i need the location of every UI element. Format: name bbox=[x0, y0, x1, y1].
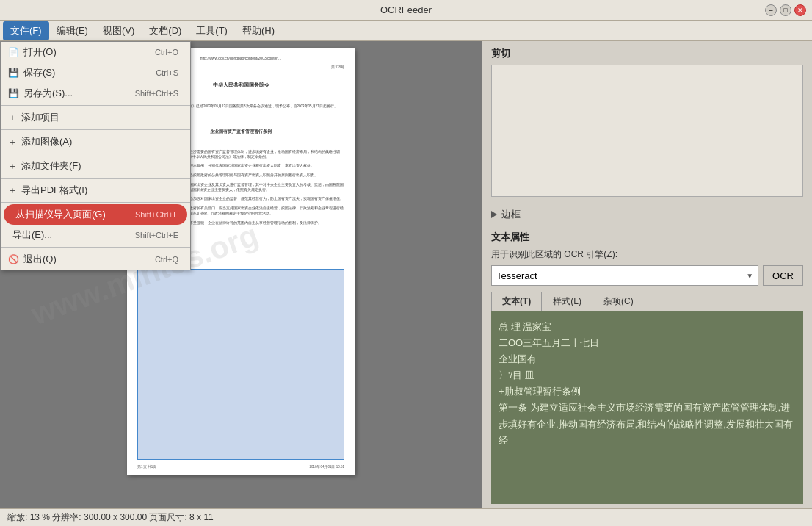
save-as-icon: 💾 bbox=[8, 88, 19, 98]
sep-6 bbox=[1, 247, 190, 248]
ocr-engine-value: Tesseract bbox=[496, 270, 537, 281]
menu-export[interactable]: 导出(E)... Shift+Ctrl+E bbox=[1, 225, 190, 245]
tab-style[interactable]: 样式(L) bbox=[542, 292, 592, 311]
right-panel: 剪切 边框 文本属性 用于识别此区域的 OCR 引擎(Z): Tesseract… bbox=[482, 41, 812, 508]
sep-2 bbox=[1, 129, 190, 130]
sep-4 bbox=[1, 178, 190, 179]
menu-open[interactable]: 📄打开(O) Ctrl+O bbox=[1, 42, 190, 62]
ocr-engine-select[interactable]: Tesseract ▼ bbox=[491, 265, 758, 286]
menu-add-item[interactable]: ＋添加项目 bbox=[1, 107, 190, 128]
window-controls: – □ ✕ bbox=[765, 4, 806, 16]
crop-title: 剪切 bbox=[491, 47, 803, 60]
crop-line bbox=[501, 65, 501, 196]
select-arrow-icon: ▼ bbox=[746, 272, 753, 280]
app-title: OCRFeeder bbox=[380, 4, 432, 15]
add-folder-icon: ＋ bbox=[8, 161, 17, 171]
text-props-title: 文本属性 bbox=[491, 231, 803, 244]
add-item-icon: ＋ bbox=[8, 112, 17, 123]
menu-add-folder[interactable]: ＋添加文件夹(F) bbox=[1, 156, 190, 176]
border-section[interactable]: 边框 bbox=[482, 203, 812, 226]
close-button[interactable]: ✕ bbox=[794, 4, 806, 16]
sep-1 bbox=[1, 105, 190, 106]
sep-3 bbox=[1, 154, 190, 154]
ocr-button[interactable]: OCR bbox=[763, 265, 803, 286]
recognized-text[interactable]: 总 理 温家宝 二OO三年五月二十七日 企业国有 〉'/目 皿 +肋叔管理暂行条… bbox=[499, 319, 796, 449]
menu-file[interactable]: 文件(F) bbox=[3, 21, 49, 40]
crop-preview bbox=[491, 65, 803, 197]
document-selection bbox=[137, 269, 344, 460]
tab-text[interactable]: 文本(T) bbox=[491, 292, 542, 311]
crop-section: 剪切 bbox=[482, 41, 812, 203]
menu-edit[interactable]: 编辑(E) bbox=[49, 21, 95, 40]
border-toggle-icon bbox=[491, 211, 497, 218]
tab-content-text: 总 理 温家宝 二OO三年五月二十七日 企业国有 〉'/目 皿 +肋叔管理暂行条… bbox=[491, 311, 803, 504]
menu-import-scanner[interactable]: 从扫描仪导入页面(G) Shift+Ctrl+I bbox=[4, 204, 187, 225]
export-pdf-icon: ＋ bbox=[8, 185, 17, 195]
file-menu-dropdown: 📄打开(O) Ctrl+O 💾保存(S) Ctrl+S 💾另存为(S)... S… bbox=[0, 41, 191, 270]
save-icon: 💾 bbox=[8, 68, 19, 78]
border-label: 边框 bbox=[501, 208, 521, 221]
menu-tools[interactable]: 工具(T) bbox=[189, 21, 235, 40]
ocr-label: 用于识别此区域的 OCR 引擎(Z): bbox=[491, 248, 803, 261]
quit-icon: 🚫 bbox=[8, 254, 19, 264]
text-props-section: 文本属性 用于识别此区域的 OCR 引擎(Z): Tesseract ▼ OCR… bbox=[482, 226, 812, 508]
ocr-engine-row: Tesseract ▼ OCR bbox=[491, 265, 803, 286]
status-bar: 缩放: 13 % 分辨率: 300.00 x 300.00 页面尺寸: 8 x … bbox=[0, 508, 812, 526]
doc-footer: 第1页 共1页 2016年04月01日 10:51 bbox=[127, 465, 355, 469]
menu-export-pdf[interactable]: ＋导出PDF格式(I) bbox=[1, 180, 190, 201]
menu-save[interactable]: 💾保存(S) Ctrl+S bbox=[1, 62, 190, 83]
add-image-icon: ＋ bbox=[8, 137, 17, 147]
restore-button[interactable]: □ bbox=[780, 4, 791, 16]
menu-document[interactable]: 文档(D) bbox=[142, 21, 189, 40]
tabs-row: 文本(T) 样式(L) 杂项(C) bbox=[491, 292, 803, 311]
status-text: 缩放: 13 % 分辨率: 300.00 x 300.00 页面尺寸: 8 x … bbox=[7, 511, 214, 524]
title-bar: OCRFeeder – □ ✕ bbox=[0, 0, 812, 21]
menu-add-image[interactable]: ＋添加图像(A) bbox=[1, 132, 190, 152]
tab-misc[interactable]: 杂项(C) bbox=[592, 292, 645, 311]
menu-quit[interactable]: 🚫退出(Q) Ctrl+Q bbox=[1, 249, 190, 270]
menu-help[interactable]: 帮助(H) bbox=[235, 21, 282, 40]
menu-bar: 文件(F) 编辑(E) 视图(V) 文档(D) 工具(T) 帮助(H) 📄打开(… bbox=[0, 21, 812, 41]
menu-view[interactable]: 视图(V) bbox=[95, 21, 142, 40]
sep-5 bbox=[1, 202, 190, 203]
open-icon: 📄 bbox=[8, 47, 19, 57]
minimize-button[interactable]: – bbox=[765, 4, 777, 16]
menu-save-as[interactable]: 💾另存为(S)... Shift+Ctrl+S bbox=[1, 83, 190, 104]
